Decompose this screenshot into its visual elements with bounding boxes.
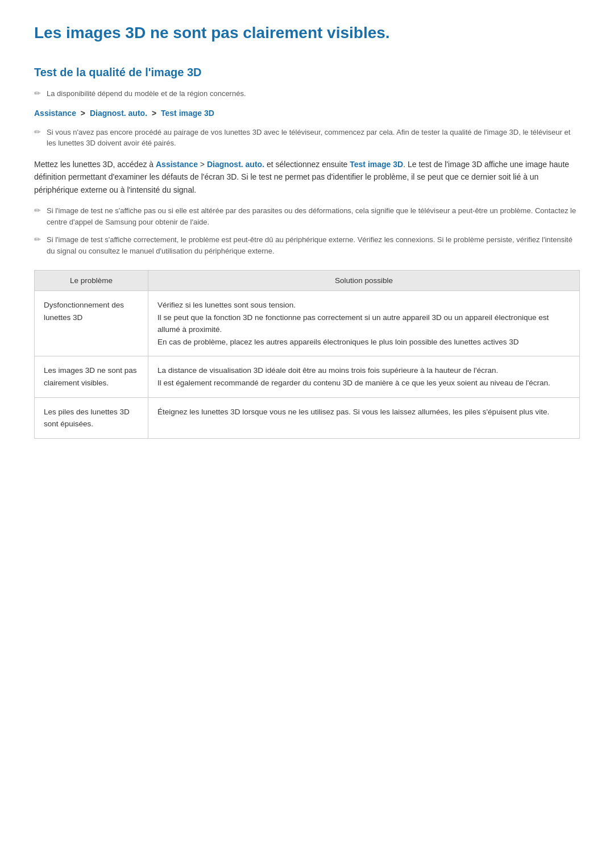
table-cell-problem-1: Les images 3D ne sont pas clairement vis… xyxy=(35,356,148,397)
section-title: Test de la qualité de l'image 3D xyxy=(34,66,580,79)
table-cell-problem-0: Dysfonctionnement des lunettes 3D xyxy=(35,291,148,356)
pencil-icon: ✏ xyxy=(34,89,41,98)
breadcrumb-test-image[interactable]: Test image 3D xyxy=(161,109,214,118)
table-cell-solution-0: Vérifiez si les lunettes sont sous tensi… xyxy=(148,291,580,356)
table-cell-solution-1: La distance de visualisation 3D idéale d… xyxy=(148,356,580,397)
bullet-item-2: ✏ Si l'image de test s'affiche correctem… xyxy=(34,234,580,256)
pencil-icon-3: ✏ xyxy=(34,206,41,215)
breadcrumb: Assistance > Diagnost. auto. > Test imag… xyxy=(34,109,580,118)
body-paragraph: Mettez les lunettes 3D, accédez à Assist… xyxy=(34,158,580,196)
inline-test-image-link[interactable]: Test image 3D xyxy=(350,160,403,169)
table-row: Les images 3D ne sont pas clairement vis… xyxy=(35,356,580,397)
pencil-icon-4: ✏ xyxy=(34,235,41,244)
table-row: Les piles des lunettes 3D sont épuisées.… xyxy=(35,397,580,438)
table-row: Dysfonctionnement des lunettes 3DVérifie… xyxy=(35,291,580,356)
bullet-text-1: Si l'image de test ne s'affiche pas ou s… xyxy=(47,205,580,227)
table-header-row: Le problème Solution possible xyxy=(35,271,580,291)
table-header-problem: Le problème xyxy=(35,271,148,291)
bullet-text-2: Si l'image de test s'affiche correctemen… xyxy=(47,234,580,256)
table-cell-problem-2: Les piles des lunettes 3D sont épuisées. xyxy=(35,397,148,438)
breadcrumb-diagnost[interactable]: Diagnost. auto. xyxy=(90,109,147,118)
breadcrumb-sep2: > xyxy=(152,109,159,118)
pairing-note: ✏ Si vous n'avez pas encore procédé au p… xyxy=(34,127,580,149)
table-header-solution: Solution possible xyxy=(148,271,580,291)
availability-text: La disponibilité dépend du modèle et de … xyxy=(47,88,246,99)
availability-note: ✏ La disponibilité dépend du modèle et d… xyxy=(34,88,580,99)
page-main-title: Les images 3D ne sont pas clairement vis… xyxy=(34,23,580,43)
inline-diagnost-link[interactable]: Diagnost. auto. xyxy=(207,160,264,169)
inline-assistance-link[interactable]: Assistance xyxy=(156,160,198,169)
pairing-text: Si vous n'avez pas encore procédé au pai… xyxy=(47,127,580,149)
bullet-item-1: ✏ Si l'image de test ne s'affiche pas ou… xyxy=(34,205,580,227)
breadcrumb-sep1: > xyxy=(81,109,88,118)
breadcrumb-assistance[interactable]: Assistance xyxy=(34,109,76,118)
table-cell-solution-2: Éteignez les lunettes 3D lorsque vous ne… xyxy=(148,397,580,438)
pencil-icon-2: ✏ xyxy=(34,127,41,136)
problems-table: Le problème Solution possible Dysfonctio… xyxy=(34,270,580,439)
